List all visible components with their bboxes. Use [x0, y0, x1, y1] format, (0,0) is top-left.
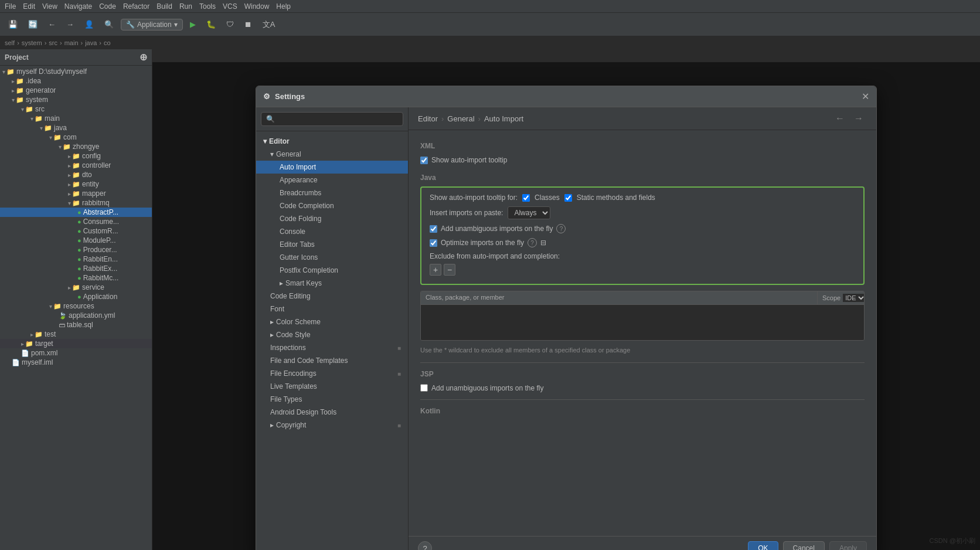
settings-file-code-templates-item[interactable]: File and Code Templates — [256, 354, 408, 367]
toolbar-sync[interactable]: 🔄 — [25, 19, 41, 30]
menu-tools[interactable]: Tools — [199, 2, 216, 11]
tree-item-config[interactable]: ▸ 📁 config — [0, 151, 152, 161]
tree-item-test[interactable]: ▸ 📁 test — [0, 330, 152, 339]
tree-item-application[interactable]: ● Application — [0, 292, 152, 301]
tree-item-generator[interactable]: ▸ 📁 generator — [0, 86, 152, 95]
translate-button[interactable]: 文A — [259, 18, 279, 31]
debug-button[interactable]: 🐛 — [203, 19, 219, 30]
tree-item-mapper[interactable]: ▸ 📁 mapper — [0, 189, 152, 198]
xml-show-tooltip-checkbox[interactable] — [420, 157, 428, 164]
settings-smart-keys-item[interactable]: ▸ Smart Keys — [256, 277, 408, 290]
tree-item-myself[interactable]: ▾ 📁 myself D:\study\myself — [0, 67, 152, 76]
menu-help[interactable]: Help — [276, 2, 291, 11]
settings-inspections-item[interactable]: Inspections ■ — [256, 341, 408, 354]
settings-gutter-icons-item[interactable]: Gutter Icons — [256, 251, 408, 264]
tree-item-dto[interactable]: ▸ 📁 dto — [0, 170, 152, 179]
tree-item-pomxml[interactable]: 📄 pom.xml — [0, 348, 152, 358]
insert-imports-select[interactable]: Always Ask Never — [508, 206, 550, 219]
settings-general-item[interactable]: ▾ General — [256, 148, 408, 161]
settings-file-encodings-item[interactable]: File Encodings ■ — [256, 367, 408, 380]
menu-window[interactable]: Window — [244, 2, 270, 11]
settings-postfix-completion-item[interactable]: Postfix Completion — [256, 264, 408, 277]
settings-copyright-item[interactable]: ▸ Copyright ■ — [256, 419, 408, 432]
tree-item-src[interactable]: ▾ 📁 src — [0, 104, 152, 114]
unambiguous-help-icon[interactable]: ? — [556, 224, 566, 233]
settings-color-scheme-item[interactable]: ▸ Color Scheme — [256, 315, 408, 328]
optimize-imports-checkbox[interactable] — [430, 239, 437, 247]
project-add-icon[interactable]: ⊕ — [139, 52, 147, 63]
static-checkbox[interactable] — [564, 194, 572, 202]
menu-run[interactable]: Run — [179, 2, 192, 11]
settings-font-item[interactable]: Font — [256, 303, 408, 315]
menu-navigate[interactable]: Navigate — [64, 2, 92, 11]
menu-vcs[interactable]: VCS — [223, 2, 237, 11]
help-button[interactable]: ? — [418, 541, 432, 550]
menu-refactor[interactable]: Refactor — [123, 2, 149, 11]
apply-button[interactable]: Apply — [829, 541, 867, 550]
tree-item-producer[interactable]: ● Producer... — [0, 245, 152, 254]
settings-search-input[interactable] — [261, 112, 403, 126]
tree-item-abstractp[interactable]: ● AbstractP... — [0, 208, 152, 217]
tree-item-modulep[interactable]: ● ModuleP... — [0, 236, 152, 245]
settings-appearance-item[interactable]: Appearance — [256, 174, 408, 186]
nav-forward-button[interactable]: → — [850, 112, 867, 125]
ok-button[interactable]: OK — [748, 541, 778, 550]
unambiguous-imports-checkbox[interactable] — [430, 225, 437, 233]
settings-console-item[interactable]: Console — [256, 225, 408, 238]
tree-item-customr[interactable]: ● CustomR... — [0, 226, 152, 236]
tree-item-com[interactable]: ▾ 📁 com — [0, 133, 152, 142]
classes-checkbox[interactable] — [522, 194, 530, 202]
tree-item-appyml[interactable]: 🍃 application.yml — [0, 311, 152, 320]
settings-auto-import-item[interactable]: Auto Import — [256, 161, 408, 174]
stop-button[interactable]: ⏹ — [241, 19, 256, 30]
optimize-help-icon[interactable]: ? — [528, 238, 537, 247]
coverage-button[interactable]: 🛡 — [223, 19, 237, 30]
tree-item-main[interactable]: ▾ 📁 main — [0, 114, 152, 123]
menu-view[interactable]: View — [42, 2, 57, 11]
nav-back-button[interactable]: ← — [832, 112, 848, 125]
toolbar-save[interactable]: 💾 — [5, 19, 21, 30]
tree-item-controller[interactable]: ▸ 📁 controller — [0, 161, 152, 170]
menu-code[interactable]: Code — [99, 2, 116, 11]
settings-code-style-item[interactable]: ▸ Code Style — [256, 328, 408, 341]
tree-item-system[interactable]: ▾ 📁 system — [0, 95, 152, 104]
menu-build[interactable]: Build — [156, 2, 172, 11]
settings-code-editing-item[interactable]: Code Editing — [256, 290, 408, 303]
dialog-close-button[interactable]: ✕ — [862, 91, 869, 102]
settings-breadcrumbs-item[interactable]: Breadcrumbs — [256, 186, 408, 199]
cancel-button[interactable]: Cancel — [783, 541, 825, 550]
jsp-unambiguous-checkbox[interactable] — [420, 384, 428, 392]
scope-select[interactable]: IDE — [843, 294, 865, 302]
menu-edit[interactable]: Edit — [23, 2, 35, 11]
toolbar-profile[interactable]: 👤 — [81, 19, 97, 30]
settings-android-design-item[interactable]: Android Design Tools — [256, 406, 408, 419]
toolbar-forward[interactable]: → — [63, 19, 77, 30]
tree-item-rabbiten[interactable]: ● RabbitEn... — [0, 254, 152, 264]
toolbar-search[interactable]: 🔍 — [101, 19, 117, 30]
toolbar-back[interactable]: ← — [45, 19, 59, 30]
tree-item-rabbitmc[interactable]: ● RabbitMc... — [0, 273, 152, 283]
remove-exclude-button[interactable]: − — [444, 264, 455, 276]
tree-item-rabbitex[interactable]: ● RabbitEx... — [0, 264, 152, 273]
add-exclude-button[interactable]: + — [430, 264, 441, 276]
run-button[interactable]: ▶ — [186, 19, 199, 30]
tree-item-consume[interactable]: ● Consume... — [0, 217, 152, 226]
settings-code-folding-item[interactable]: Code Folding — [256, 212, 408, 225]
run-config-selector[interactable]: 🔧 Application ▾ — [121, 19, 183, 30]
tree-item-entity[interactable]: ▸ 📁 entity — [0, 179, 152, 189]
tree-item-rabbitmq[interactable]: ▾ 📁 rabbitmq — [0, 198, 152, 208]
tree-item-service[interactable]: ▸ 📁 service — [0, 283, 152, 292]
tree-item-myselfiml[interactable]: 📄 myself.iml — [0, 358, 152, 367]
settings-live-templates-item[interactable]: Live Templates — [256, 380, 408, 393]
tree-item-target[interactable]: ▸ 📁 target — [0, 339, 152, 348]
tree-item-idea[interactable]: ▸ 📁 .idea — [0, 76, 152, 86]
settings-code-completion-item[interactable]: Code Completion — [256, 199, 408, 212]
settings-editor-tabs-item[interactable]: Editor Tabs — [256, 238, 408, 251]
optimize-settings-icon[interactable]: ⊟ — [540, 239, 546, 247]
tree-item-java[interactable]: ▾ 📁 java — [0, 123, 152, 133]
tree-item-tablesql[interactable]: 🗃 table.sql — [0, 320, 152, 330]
menu-file[interactable]: File — [5, 2, 16, 11]
settings-file-types-item[interactable]: File Types — [256, 393, 408, 406]
tree-item-resources[interactable]: ▾ 📁 resources — [0, 301, 152, 311]
tree-item-zhongye[interactable]: ▾ 📁 zhongye — [0, 142, 152, 151]
